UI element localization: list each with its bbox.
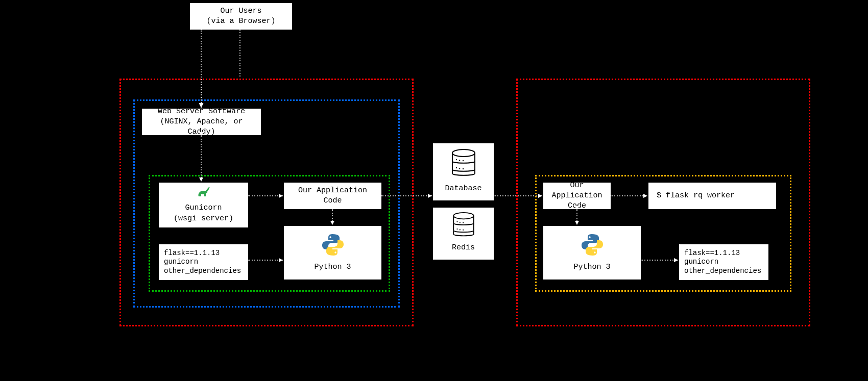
svg-point-15 — [463, 230, 464, 231]
svg-point-10 — [456, 221, 457, 222]
deps-line1: flask==1.1.13 — [164, 249, 220, 258]
gunicorn-line1: Gunicorn — [185, 203, 222, 213]
python-label: Python 3 — [314, 262, 351, 272]
svg-point-0 — [329, 236, 331, 238]
svg-point-8 — [462, 168, 463, 169]
svg-point-1 — [334, 251, 336, 253]
deps-line2: gunicorn — [164, 258, 198, 267]
redis-label: Redis — [452, 243, 475, 253]
deps2-box: flask==1.1.13 gunicorn other_dependencie… — [679, 244, 768, 280]
svg-point-14 — [459, 229, 460, 230]
svg-point-3 — [455, 159, 456, 160]
svg-point-17 — [594, 251, 595, 253]
deps-box: flask==1.1.13 gunicorn other_dependencie… — [159, 244, 248, 280]
python2-label: Python 3 — [573, 262, 610, 272]
deps2-line2: gunicorn — [684, 258, 718, 267]
deps2-line3: other_dependencies — [684, 267, 761, 276]
redis-box: Redis — [433, 208, 494, 260]
svg-point-2 — [452, 149, 475, 157]
deps2-line1: flask==1.1.13 — [684, 249, 740, 258]
gunicorn-line2: (wsgi server) — [174, 214, 233, 224]
python2-icon — [581, 233, 604, 260]
users-line1: Our Users — [220, 6, 261, 16]
database-box: Database — [433, 143, 494, 200]
unicorn-icon — [197, 186, 211, 202]
svg-point-9 — [453, 213, 473, 219]
worker-box: $ flask rq worker — [648, 183, 776, 209]
database-icon — [449, 148, 478, 182]
svg-point-12 — [463, 222, 464, 223]
gunicorn-box: Gunicorn (wsgi server) — [159, 183, 248, 227]
webserver-line1: Web Server Software — [158, 107, 245, 117]
webserver-line2: (NGINX, Apache, or Caddy) — [147, 117, 256, 138]
appcode-label: Our Application Code — [289, 186, 376, 207]
svg-point-7 — [459, 168, 460, 169]
deps-line3: other_dependencies — [164, 267, 241, 276]
redis-icon — [450, 212, 477, 242]
appcode-box: Our Application Code — [284, 183, 381, 209]
svg-point-13 — [456, 228, 457, 230]
appcode2-label: Our Application Code — [548, 181, 606, 212]
svg-point-16 — [589, 236, 590, 238]
webserver-box: Web Server Software (NGINX, Apache, or C… — [142, 109, 261, 135]
svg-point-4 — [459, 160, 460, 161]
worker-label: $ flask rq worker — [657, 191, 735, 201]
appcode2-box: Our Application Code — [543, 183, 611, 209]
python-icon — [321, 233, 345, 260]
users-line2: (via a Browser) — [206, 16, 275, 27]
users-box: Our Users (via a Browser) — [190, 3, 292, 30]
database-label: Database — [445, 184, 481, 194]
python-box: Python 3 — [284, 226, 381, 280]
python2-box: Python 3 — [543, 226, 641, 280]
svg-point-11 — [459, 222, 460, 223]
svg-point-6 — [455, 167, 456, 168]
svg-point-5 — [462, 160, 463, 161]
